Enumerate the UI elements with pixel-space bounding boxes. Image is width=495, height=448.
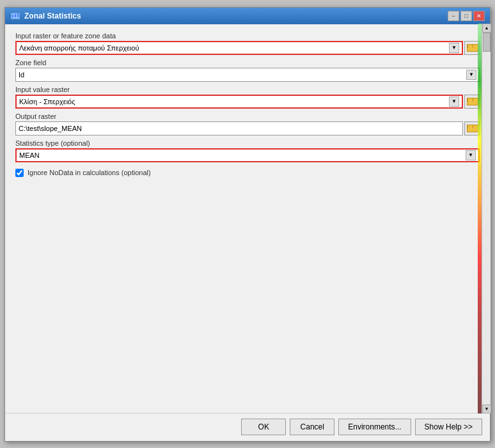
statistics-type-combo[interactable]: MEAN ▼ [15, 148, 480, 162]
input-raster-group: Input raster or feature zone data Λεκάνη… [15, 32, 480, 55]
maximize-button[interactable]: □ [460, 11, 472, 21]
minimize-button[interactable]: − [448, 11, 459, 21]
input-raster-value: Λεκάνη απορροής ποταμού Σπερχειού [19, 44, 448, 52]
statistics-type-label: Statistics type (optional) [15, 139, 480, 147]
scroll-track [482, 33, 491, 405]
folder-icon-2 [467, 98, 477, 105]
zone-field-row: Id ▼ [15, 68, 480, 82]
input-raster-dropdown-arrow[interactable]: ▼ [449, 43, 459, 53]
scroll-area: Input raster or feature zone data Λεκάνη… [15, 32, 480, 405]
window-icon [10, 11, 20, 21]
scroll-thumb[interactable] [483, 33, 491, 52]
window-title: Zonal Statistics [24, 12, 81, 20]
zone-field-dropdown-arrow[interactable]: ▼ [466, 70, 476, 80]
bottom-bar: OK Cancel Environments... Show Help >> [5, 413, 490, 441]
input-value-raster-value: Κλίση - Σπερχειός [19, 98, 448, 105]
title-buttons: − □ ✕ [448, 11, 485, 21]
zonal-statistics-window: Zonal Statistics − □ ✕ Input raster or f… [4, 7, 491, 442]
ignore-nodata-row: Ignore NoData in calculations (optional) [15, 169, 480, 177]
ignore-nodata-label: Ignore NoData in calculations (optional) [28, 169, 151, 176]
folder-icon [467, 44, 477, 52]
zone-field-combo[interactable]: Id ▼ [15, 68, 480, 82]
input-raster-row: Λεκάνη απορροής ποταμού Σπερχειού ▼ [15, 41, 480, 55]
title-bar: Zonal Statistics − □ ✕ [5, 8, 490, 24]
right-scrollbar[interactable]: ▲ ▼ [482, 24, 491, 413]
input-value-raster-group: Input value raster Κλίση - Σπερχειός ▼ [15, 86, 480, 109]
environments-button[interactable]: Environments... [338, 419, 411, 435]
color-gradient-bar [478, 24, 482, 413]
zone-field-label: Zone field [15, 59, 480, 66]
close-button[interactable]: ✕ [473, 11, 485, 21]
input-raster-label: Input raster or feature zone data [15, 32, 480, 40]
zone-field-group: Zone field Id ▼ [15, 59, 480, 82]
input-value-raster-row: Κλίση - Σπερχειός ▼ [15, 95, 480, 109]
ok-button[interactable]: OK [241, 419, 286, 435]
svg-rect-3 [17, 13, 19, 17]
input-value-raster-dropdown-arrow[interactable]: ▼ [449, 97, 459, 107]
input-value-raster-combo[interactable]: Κλίση - Σπερχειός ▼ [15, 95, 463, 109]
input-raster-combo[interactable]: Λεκάνη απορροής ποταμού Σπερχειού ▼ [15, 41, 463, 55]
svg-rect-1 [12, 15, 13, 17]
scroll-up-arrow[interactable]: ▲ [482, 24, 491, 33]
statistics-type-group: Statistics type (optional) MEAN ▼ [15, 139, 480, 162]
cancel-button[interactable]: Cancel [290, 419, 334, 435]
output-raster-input[interactable] [15, 121, 463, 135]
folder-icon-3 [467, 125, 477, 132]
output-raster-label: Output raster [15, 112, 480, 120]
statistics-type-value: MEAN [19, 151, 464, 159]
statistics-type-dropdown-arrow[interactable]: ▼ [466, 150, 476, 160]
show-help-button[interactable]: Show Help >> [415, 419, 482, 435]
input-value-raster-label: Input value raster [15, 86, 480, 93]
scroll-down-arrow[interactable]: ▼ [482, 405, 491, 413]
output-raster-group: Output raster [15, 112, 480, 135]
content-area: Input raster or feature zone data Λεκάνη… [5, 24, 490, 413]
output-raster-row [15, 121, 480, 135]
svg-rect-2 [15, 14, 16, 17]
zone-field-value: Id [19, 71, 465, 79]
ignore-nodata-checkbox[interactable] [15, 169, 24, 177]
statistics-type-row: MEAN ▼ [15, 148, 480, 162]
